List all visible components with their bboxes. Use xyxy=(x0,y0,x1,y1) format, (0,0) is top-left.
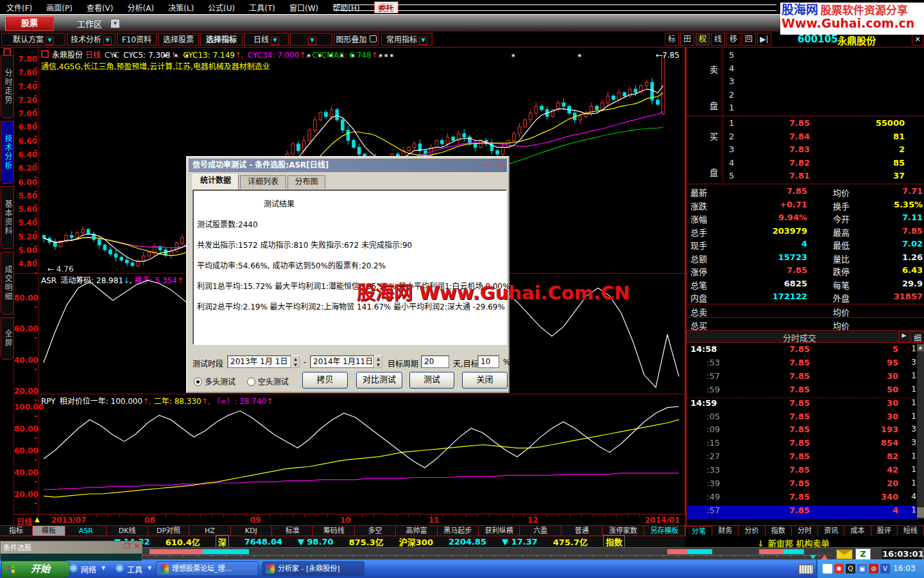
menu-item-1[interactable]: 画面(P) xyxy=(46,2,73,13)
tick-row[interactable]: :397.85201 xyxy=(688,478,916,492)
tick-row[interactable]: :497.853404 xyxy=(688,492,916,505)
sidebar-tab-4[interactable]: 全屏 xyxy=(1,317,14,360)
menu-item-3[interactable]: 分析(A) xyxy=(127,2,154,13)
toolbar-mini-权[interactable]: 权 xyxy=(696,33,710,46)
radio-long[interactable] xyxy=(194,378,202,386)
tick-row[interactable]: :337.85421 xyxy=(688,465,916,478)
tick-row[interactable]: :057.85301 xyxy=(688,412,916,425)
toolbar-seg-默认方案[interactable]: 默认方案▼ xyxy=(1,33,65,46)
restore-icon[interactable]: ❐ xyxy=(124,542,130,550)
indicator-tab-普通[interactable]: 普通 xyxy=(561,526,603,536)
stock-button[interactable]: 股票 xyxy=(5,16,54,31)
tick-row[interactable]: :157.858543 xyxy=(688,438,916,451)
toolbar-seg-技术分析[interactable]: 技术分析▼ xyxy=(67,33,116,46)
quicklaunch-icon[interactable] xyxy=(69,564,78,572)
chevron-down-icon[interactable]: ▼ xyxy=(101,565,105,571)
mini-window-title-bar[interactable]: 条件选股 ❐ ✕ xyxy=(1,541,142,554)
indicator-tab-涨停家数[interactable]: 涨停家数 xyxy=(603,526,644,536)
date-to-input[interactable]: 2014年 1月11日 xyxy=(310,355,374,368)
scroll-thumb[interactable] xyxy=(917,507,924,518)
start-button[interactable]: 开始 xyxy=(1,561,71,578)
indicator-tab-另存模板[interactable]: 另存模板 xyxy=(644,526,685,536)
tick-row[interactable]: :537.85953 xyxy=(688,358,916,371)
indicator-side-tab-指标[interactable]: 指标 xyxy=(0,526,33,536)
date-from-spinner[interactable]: ▲▼ xyxy=(291,355,300,368)
toolbar-seg-图形叠加[interactable]: 图形叠加 xyxy=(334,33,379,46)
close-icon[interactable]: ✕ xyxy=(912,34,923,46)
menu-item-7[interactable]: 窗口(W) xyxy=(289,2,318,13)
dropdown-icon[interactable]: ▼ xyxy=(46,37,54,45)
sidebar-tab-0[interactable]: 分时走势 xyxy=(1,55,14,118)
indicator-tab-DK线[interactable]: DK线 xyxy=(107,526,148,536)
quote-tab-指数[interactable]: 指数 xyxy=(766,526,792,536)
toolbar-seg-选择股票[interactable]: 选择股票 xyxy=(158,33,199,46)
period-input[interactable]: 20 xyxy=(421,355,449,368)
indicator-tab-获利纵横[interactable]: 获利纵横 xyxy=(479,526,520,536)
keyboard-icon[interactable] xyxy=(798,565,814,574)
task-button-1[interactable]: 分析家 - [永鼎股份] xyxy=(262,561,364,576)
tick-row[interactable]: :577.85301 xyxy=(688,371,916,385)
quote-tab-资讯[interactable]: 资讯 xyxy=(818,526,844,536)
dialog-tab-0[interactable]: 统计数据 xyxy=(193,174,239,189)
tick-detail-button[interactable]: 细 xyxy=(911,331,924,342)
z-logo-icon[interactable]: Z xyxy=(855,548,871,560)
tick-row[interactable]: 14:597.85301 xyxy=(688,398,916,412)
dialog-button-拷贝[interactable]: 拷贝 xyxy=(302,372,348,389)
quote-tab-分价[interactable]: 分价 xyxy=(739,526,765,536)
tray-icon-5[interactable]: V xyxy=(880,564,890,574)
tick-scrollbar[interactable] xyxy=(917,344,924,519)
workspace-dropdown-icon[interactable]: ▾ xyxy=(110,19,120,28)
indicator-tab-HZ[interactable]: HZ xyxy=(189,526,230,536)
menu-item-4[interactable]: 决策(L) xyxy=(168,2,194,13)
quicklaunch-icon[interactable] xyxy=(116,564,124,572)
tray-icon-1[interactable]: ✱ xyxy=(834,564,844,574)
toolbar-mini-移[interactable]: 移 xyxy=(726,33,740,46)
tick-row[interactable]: :097.851933 xyxy=(688,425,916,438)
toolbar-mini-线[interactable]: 线 xyxy=(711,33,725,46)
quote-tab-财务[interactable]: 财务 xyxy=(712,526,739,536)
indicator-tab-筹码线[interactable]: 筹码线 xyxy=(313,526,354,536)
indicator-tab-黑马起步[interactable]: 黑马起步 xyxy=(438,526,479,536)
indicator-tab-DP对照[interactable]: DP对照 xyxy=(148,526,189,536)
tick-row[interactable]: 14:587.8551 xyxy=(688,344,916,358)
quote-tab-成本[interactable]: 成本 xyxy=(844,526,871,536)
indicator-tab-多空[interactable]: 多空 xyxy=(355,526,396,536)
close-icon[interactable]: ✕ xyxy=(134,542,140,550)
dropdown-icon[interactable]: ▼ xyxy=(103,37,112,45)
tray-icon-2[interactable]: Q xyxy=(846,564,855,574)
toolbar-mini-田[interactable]: 田 xyxy=(680,33,694,46)
menu-item-2[interactable]: 查看(V) xyxy=(87,2,114,13)
task-button-0[interactable]: 理想股票论坛_理... xyxy=(156,561,259,576)
toolbar-seg-日线[interactable]: 日线▼ xyxy=(244,33,289,46)
quote-tab-股评[interactable]: 股评 xyxy=(871,526,898,536)
tick-row[interactable]: :577.8541 xyxy=(688,505,916,519)
quote-tab-短线[interactable]: 短线 xyxy=(898,526,924,536)
dialog-tab-2[interactable]: 分布图 xyxy=(287,175,325,189)
indicator-side-tab-模板[interactable]: 模板 xyxy=(33,526,65,536)
toolbar-seg-选择指标[interactable]: 选择指标 xyxy=(200,33,243,46)
date-to-spinner[interactable]: ▲▼ xyxy=(374,355,382,368)
dialog-button-关闭[interactable]: 关闭 xyxy=(462,372,508,389)
dropdown-icon[interactable]: ▼ xyxy=(271,37,279,45)
tick-row[interactable]: :277.85821 xyxy=(688,451,916,465)
menu-item-6[interactable]: 工具(T) xyxy=(249,2,275,13)
toolbar-mini-标[interactable]: 标 xyxy=(665,33,679,46)
quicklaunch-网络[interactable]: 网络 xyxy=(81,564,96,575)
toolbar-mini-▶|[interactable]: ▶| xyxy=(757,33,771,46)
minimize-icon[interactable]: — xyxy=(483,159,490,171)
dialog-button-对比测试[interactable]: 对比测试 xyxy=(356,372,402,389)
scroll-up-icon[interactable]: ▲ xyxy=(917,344,924,351)
radio-short[interactable] xyxy=(247,378,255,386)
toolbar-seg-F10资料[interactable]: F10资料 xyxy=(117,33,157,46)
dialog-button-测试[interactable]: 测试 xyxy=(409,372,454,389)
dropdown-icon[interactable]: ▼ xyxy=(419,37,427,45)
quote-tab-分时[interactable]: 分时 xyxy=(792,526,818,536)
indicator-tab-标准[interactable]: 标准 xyxy=(272,526,313,536)
mail-icon[interactable] xyxy=(836,549,853,559)
tick-expand-icon[interactable]: ▶ xyxy=(898,331,910,342)
chevron-down-icon[interactable]: ▼ xyxy=(148,565,151,571)
menu-item-5[interactable]: 公式(U) xyxy=(208,2,235,13)
close-icon[interactable]: ✕ xyxy=(497,159,503,171)
quicklaunch-工具[interactable]: 工具 xyxy=(127,564,142,575)
tray-icon-3[interactable]: ▣ xyxy=(857,564,867,574)
